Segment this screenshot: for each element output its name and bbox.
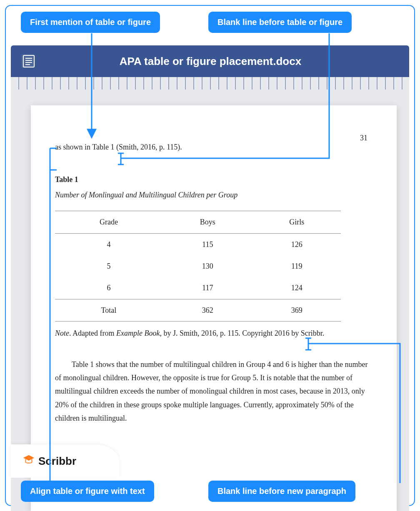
col-header: Grade (55, 211, 162, 233)
callout-blank-before-table: Blank line before table or figure (208, 12, 352, 33)
cell: 126 (253, 233, 341, 255)
cell: 5 (55, 255, 162, 277)
data-table: Grade Boys Girls 4 115 126 5 130 119 6 (55, 211, 341, 322)
word-title-bar: APA table or figure placement.docx (11, 45, 409, 77)
document-title: APA table or figure placement.docx (37, 55, 384, 68)
note-rest: , by J. Smith, 2016, p. 115. Copyright 2… (160, 329, 324, 337)
col-header: Boys (162, 211, 253, 233)
cell: 4 (55, 233, 162, 255)
table-total-row: Total 362 369 (55, 299, 341, 321)
graduation-cap-icon (22, 454, 35, 469)
cell: 130 (162, 255, 253, 277)
table-row: 4 115 126 (55, 233, 341, 255)
page-number: 31 (360, 131, 368, 145)
cell: 362 (162, 299, 253, 321)
ruler (11, 77, 409, 90)
col-header: Girls (253, 211, 341, 233)
word-icon (20, 53, 37, 70)
table-caption: Number of Monlingual and Multilingual Ch… (55, 188, 372, 202)
callout-first-mention: First mention of table or figure (21, 12, 160, 33)
callout-align: Align table or figure with text (21, 481, 154, 502)
table-label: Table 1 (55, 173, 372, 186)
cell: 115 (162, 233, 253, 255)
table-note: Note. Adapted from Example Book, by J. S… (55, 327, 372, 340)
cell: Total (55, 299, 162, 321)
table-row: 5 130 119 (55, 255, 341, 277)
body-paragraph: Table 1 shows that the number of multili… (55, 358, 372, 425)
first-mention-line: as shown in Table 1 (Smith, 2016, p. 115… (55, 140, 372, 154)
ruler-ticks (11, 77, 409, 90)
note-word: Note (55, 329, 69, 337)
cell: 124 (253, 277, 341, 299)
table-row: 6 117 124 (55, 277, 341, 299)
cell: 369 (253, 299, 341, 321)
brand-name: Scribbr (38, 455, 76, 468)
table-header-row: Grade Boys Girls (55, 211, 341, 233)
cell: 6 (55, 277, 162, 299)
brand-flap: Scribbr (11, 444, 119, 478)
note-book: Example Book (116, 329, 160, 337)
cell: 117 (162, 277, 253, 299)
note-pre: . Adapted from (69, 329, 116, 337)
cell: 119 (253, 255, 341, 277)
callout-blank-before-paragraph: Blank line before new paragraph (208, 481, 355, 502)
